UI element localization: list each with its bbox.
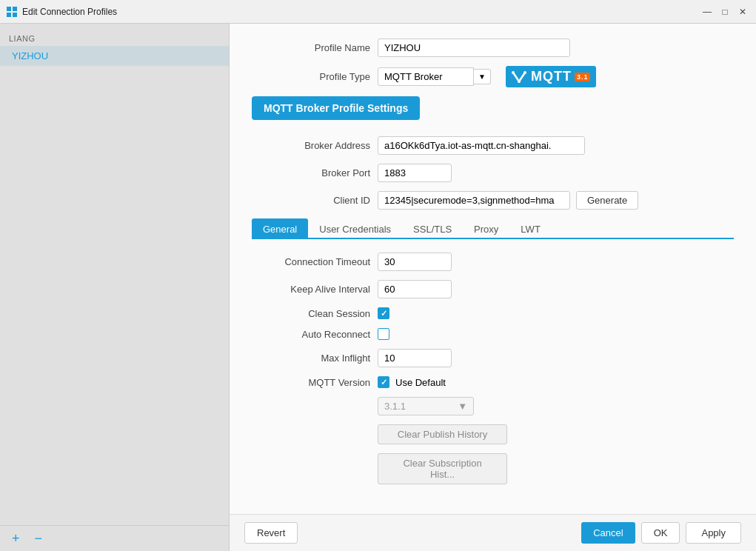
window-title: Edit Connection Profiles [22, 7, 117, 17]
title-controls: — □ ✕ [700, 4, 750, 19]
max-inflight-row: Max Inflight [252, 349, 734, 367]
tab-lwt[interactable]: LWT [509, 218, 551, 239]
bottom-left: Revert [244, 522, 298, 544]
max-inflight-label: Max Inflight [252, 353, 370, 364]
max-inflight-input[interactable] [378, 349, 452, 367]
profile-name-label: Profile Name [252, 42, 370, 53]
apply-button[interactable]: Apply [686, 522, 741, 544]
svg-point-4 [512, 71, 515, 74]
keep-alive-row: Keep Alive Interval [252, 280, 734, 298]
sidebar-content: LIANG YIZHOU [0, 24, 229, 525]
clean-session-checkbox[interactable] [378, 307, 389, 319]
clean-session-checkbox-container [378, 307, 389, 319]
content-area: Profile Name Profile Type MQTT Broker ▼ [230, 24, 756, 551]
title-bar-left: Edit Connection Profiles [6, 6, 117, 18]
broker-address-input[interactable] [378, 136, 585, 155]
clear-subscription-history-button[interactable]: Clear Subscription Hist... [378, 453, 507, 484]
profile-name-input[interactable] [378, 39, 570, 57]
mqtt-version-use-default-checkbox[interactable] [378, 376, 389, 388]
auto-reconnect-checkbox-container [378, 328, 389, 340]
maximize-button[interactable]: □ [717, 4, 732, 19]
cancel-button[interactable]: Cancel [581, 522, 635, 544]
connection-timeout-input[interactable] [378, 253, 452, 271]
tab-user-credentials[interactable]: User Credentials [308, 218, 402, 239]
section-header: MQTT Broker Profile Settings [252, 96, 420, 120]
app-icon [6, 6, 18, 18]
version-dropdown: 3.1.1 ▼ [378, 397, 474, 415]
svg-rect-0 [7, 7, 11, 11]
remove-profile-button[interactable]: − [32, 532, 46, 545]
add-profile-button[interactable]: + [9, 532, 23, 545]
bottom-right: Cancel OK Apply [581, 522, 741, 544]
mqtt-logo-text: MQTT [531, 69, 572, 84]
svg-point-5 [518, 80, 521, 83]
sidebar-group-label: LIANG [0, 30, 229, 46]
connection-timeout-label: Connection Timeout [252, 256, 370, 267]
mqtt-version-controls: Use Default [378, 376, 446, 388]
ok-button[interactable]: OK [641, 522, 680, 544]
title-bar: Edit Connection Profiles — □ ✕ [0, 0, 756, 24]
generate-button[interactable]: Generate [576, 191, 638, 210]
svg-rect-2 [7, 13, 11, 17]
auto-reconnect-label: Auto Reconnect [252, 329, 370, 340]
tab-ssl-tls[interactable]: SSL/TLS [402, 218, 463, 239]
broker-address-label: Broker Address [252, 140, 370, 151]
tab-proxy[interactable]: Proxy [463, 218, 509, 239]
version-dropdown-row: 3.1.1 ▼ [252, 397, 734, 415]
clear-publish-history-button[interactable]: Clear Publish History [378, 424, 507, 444]
broker-port-input[interactable] [378, 164, 452, 182]
keep-alive-input[interactable] [378, 280, 452, 298]
general-tab-content: Connection Timeout Keep Alive Interval C… [252, 253, 734, 484]
broker-address-row: Broker Address [252, 136, 734, 155]
svg-rect-1 [13, 7, 17, 11]
auto-reconnect-row: Auto Reconnect [252, 328, 734, 340]
broker-port-row: Broker Port [252, 164, 734, 182]
sidebar-footer: + − [0, 525, 229, 551]
connection-timeout-row: Connection Timeout [252, 253, 734, 271]
clear-publish-row: Clear Publish History [252, 424, 734, 444]
revert-button[interactable]: Revert [244, 522, 298, 544]
clean-session-label: Clean Session [252, 308, 370, 319]
mqtt-logo: MQTT 3.1 [506, 66, 597, 87]
profile-type-value: MQTT Broker [378, 67, 474, 86]
client-id-row: Client ID Generate [252, 191, 734, 210]
keep-alive-label: Keep Alive Interval [252, 284, 370, 295]
mqtt-logo-version: 3.1 [575, 73, 591, 81]
mqtt-version-label: MQTT Version [252, 377, 370, 388]
tabs-bar: General User Credentials SSL/TLS Proxy L… [252, 218, 734, 239]
section-header-wrapper: MQTT Broker Profile Settings [252, 96, 734, 132]
clear-subscription-row: Clear Subscription Hist... [252, 453, 734, 484]
profile-type-select: MQTT Broker ▼ [378, 67, 491, 86]
bottom-bar: Revert Cancel OK Apply [230, 514, 756, 551]
profile-type-dropdown-button[interactable]: ▼ [474, 69, 491, 84]
form-area: Profile Name Profile Type MQTT Broker ▼ [230, 24, 756, 514]
profile-type-label: Profile Type [252, 71, 370, 82]
main-layout: LIANG YIZHOU + − Profile Name Profile Ty… [0, 24, 756, 551]
mqtt-logo-box: MQTT 3.1 [506, 66, 597, 87]
client-id-label: Client ID [252, 195, 370, 206]
auto-reconnect-checkbox[interactable] [378, 328, 389, 340]
sidebar: LIANG YIZHOU + − [0, 24, 230, 551]
sidebar-item-yizhou[interactable]: YIZHOU [0, 46, 229, 66]
close-button[interactable]: ✕ [735, 4, 750, 19]
broker-port-label: Broker Port [252, 167, 370, 178]
profile-name-row: Profile Name [252, 39, 734, 57]
mqtt-version-row: MQTT Version Use Default [252, 376, 734, 388]
client-id-input[interactable] [378, 191, 570, 210]
svg-point-6 [523, 71, 526, 74]
svg-rect-3 [13, 13, 17, 17]
minimize-button[interactable]: — [700, 4, 715, 19]
tab-general[interactable]: General [252, 218, 308, 239]
clean-session-row: Clean Session [252, 307, 734, 319]
use-default-label: Use Default [395, 377, 446, 388]
profile-type-row: Profile Type MQTT Broker ▼ MQTT [252, 66, 734, 87]
